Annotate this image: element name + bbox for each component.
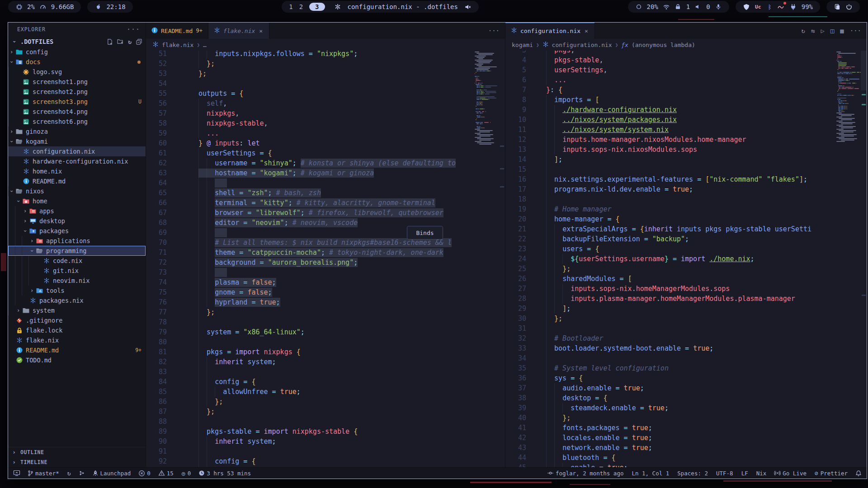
- layout-icon[interactable]: ▦: [840, 27, 844, 34]
- tree-file--gitignore[interactable]: .gitignore: [8, 315, 146, 325]
- tree-file-code-nix[interactable]: code.nix: [8, 256, 146, 266]
- tree-file-screenshot2-png[interactable]: screenshot2.png: [8, 87, 146, 97]
- session-module[interactable]: [826, 1, 860, 13]
- statusbar-eol[interactable]: LF: [741, 468, 749, 479]
- more-actions-icon[interactable]: ···: [488, 27, 500, 34]
- statusbar-go-live[interactable]: Go Live: [774, 468, 807, 479]
- open-changes-icon[interactable]: ⇆: [811, 27, 815, 34]
- chevron-down-icon[interactable]: ›: [9, 59, 15, 66]
- statusbar-git-branch[interactable]: master*: [27, 468, 60, 479]
- breadcrumb-item[interactable]: (anonymous lambda): [632, 42, 695, 48]
- tree-folder-packages[interactable]: ›packages: [8, 226, 146, 236]
- mute-speaker-icon[interactable]: [464, 3, 472, 10]
- statusbar-wakatime[interactable]: 3 hrs 53 mins: [198, 468, 252, 479]
- explorer-more-actions-icon[interactable]: ···: [127, 25, 140, 33]
- overview-ruler[interactable]: [499, 51, 505, 467]
- tree-file-neovim-nix[interactable]: neovim.nix: [8, 276, 146, 286]
- tree-file-screenshot6-png[interactable]: screenshot6.png: [8, 117, 146, 127]
- tray-module[interactable]: Uc ᛒ 99%: [736, 1, 820, 13]
- chevron-right-icon[interactable]: ›: [22, 208, 28, 214]
- workspace-3-active[interactable]: 3: [309, 3, 325, 11]
- tree-folder-programming[interactable]: ›programming: [8, 246, 146, 256]
- chevron-down-icon[interactable]: ›: [22, 228, 28, 235]
- statusbar-git-sync[interactable]: ↻: [66, 468, 72, 479]
- statusbar-encoding[interactable]: UTF-8: [715, 468, 734, 479]
- tree-file-configuration-nix[interactable]: configuration.nix: [8, 146, 146, 156]
- statusbar-cursor-position[interactable]: Ln 1, Col 1: [631, 468, 670, 479]
- sync-icon[interactable]: ↻: [802, 27, 805, 34]
- tree-file-home-nix[interactable]: home.nix: [8, 166, 146, 176]
- tree-folder-ginoza[interactable]: ›ginoza: [8, 127, 146, 136]
- new-folder-icon[interactable]: [117, 39, 123, 44]
- chevron-down-icon[interactable]: ›: [15, 198, 22, 205]
- breadcrumb-item[interactable]: configuration.nix: [552, 42, 612, 48]
- tree-folder-system[interactable]: ›system: [8, 305, 146, 315]
- tree-file-logo-svg[interactable]: logo.svg: [8, 67, 146, 77]
- tree-file-hardware-configuration-nix[interactable]: hardware-configuration.nix: [8, 156, 146, 166]
- outline-section[interactable]: ›OUTLINE: [8, 447, 146, 457]
- statusbar-git-blame[interactable]: foglar, 2 months ago: [547, 468, 625, 479]
- editor-flake-nix[interactable]: 5152535455565758596061626364656667686970…: [146, 51, 505, 467]
- tree-file-flake-lock[interactable]: flake.lock: [8, 325, 146, 335]
- statusbar-warnings[interactable]: 15: [158, 468, 175, 479]
- breadcrumb-item[interactable]: flake.nix: [162, 42, 193, 48]
- close-icon[interactable]: ×: [258, 28, 264, 34]
- minimap[interactable]: [835, 51, 861, 467]
- run-icon[interactable]: ▷: [821, 27, 824, 34]
- chevron-right-icon[interactable]: ›: [28, 238, 35, 244]
- statusbar-errors[interactable]: 0: [138, 468, 151, 479]
- statusbar-remote-window[interactable]: [13, 468, 21, 479]
- tree-file-readme-md[interactable]: README.md9+: [8, 345, 146, 355]
- tree-folder-config[interactable]: ›config: [8, 47, 146, 57]
- statusbar-feedback[interactable]: ◎0: [181, 468, 192, 479]
- breadcrumb-item[interactable]: kogami: [512, 42, 533, 48]
- tree-file-flake-nix[interactable]: flake.nix: [8, 335, 146, 345]
- timeline-section[interactable]: ›TIMELINE: [8, 457, 146, 467]
- chevron-right-icon[interactable]: ›: [15, 307, 22, 314]
- clock-module[interactable]: 22:18: [87, 1, 132, 13]
- statusbar-indentation[interactable]: Spaces: 2: [676, 468, 709, 479]
- statusbar-git-graph[interactable]: [78, 468, 85, 479]
- tree-file-screenshot4-png[interactable]: screenshot4.png: [8, 107, 146, 117]
- tree-file-git-nix[interactable]: git.nix: [8, 266, 146, 276]
- split-editor-icon[interactable]: ◫: [830, 27, 834, 34]
- breadcrumb-right[interactable]: kogami❯configuration.nix❯ƒx(anonymous la…: [505, 39, 867, 51]
- statusbar-language-mode[interactable]: Nix: [755, 468, 768, 479]
- tree-file-screenshot3-png[interactable]: screenshot3.pngU: [8, 97, 146, 107]
- close-icon[interactable]: ×: [584, 28, 589, 34]
- explorer-root-folder[interactable]: › .DOTFILES ↻: [8, 36, 146, 47]
- new-file-icon[interactable]: [107, 39, 113, 45]
- editor-configuration-nix[interactable]: 3456789101112131415161718192021222324252…: [505, 51, 867, 467]
- more-actions-icon[interactable]: ···: [850, 27, 861, 34]
- tree-folder-docs[interactable]: ›docs: [8, 57, 146, 67]
- minimap[interactable]: [473, 51, 499, 467]
- chevron-right-icon[interactable]: ›: [28, 287, 35, 294]
- statusbar-notifications[interactable]: [855, 468, 862, 479]
- tree-folder-kogami[interactable]: ›kogami: [8, 136, 146, 146]
- tree-file-readme-md[interactable]: README.md: [8, 176, 146, 186]
- statusbar-prettier[interactable]: ⊘Prettier: [814, 468, 849, 479]
- tree-folder-nixos[interactable]: ›nixos: [8, 186, 146, 196]
- code-area[interactable]: pkgs, pkgs-stable, userSettings, ...}: {…: [533, 51, 835, 467]
- collapse-folders-icon[interactable]: [136, 39, 142, 45]
- overview-ruler[interactable]: [861, 51, 867, 467]
- tree-file-screenshot1-png[interactable]: screenshot1.png: [8, 77, 146, 87]
- breadcrumb-left[interactable]: flake.nix❯…: [146, 39, 505, 51]
- tree-folder-home[interactable]: ›home: [8, 196, 146, 206]
- tab-readme-md[interactable]: README.md9+: [146, 23, 208, 39]
- workspace-2[interactable]: 2: [299, 3, 303, 10]
- refresh-explorer-icon[interactable]: ↻: [128, 38, 132, 45]
- code-area[interactable]: inputs.nixpkgs.follows = "nixpkgs"; };};…: [173, 51, 473, 467]
- tree-file-packages-nix[interactable]: packages.nix: [8, 296, 146, 305]
- breadcrumb-item[interactable]: …: [203, 42, 207, 48]
- tree-file-todo-md[interactable]: TODO.md: [8, 355, 146, 365]
- workspace-1[interactable]: 1: [289, 3, 292, 10]
- statusbar-launchpad[interactable]: Launchpad: [92, 468, 132, 479]
- tree-folder-apps[interactable]: ›apps: [8, 206, 146, 216]
- chevron-down-icon[interactable]: ›: [9, 188, 15, 195]
- chevron-right-icon[interactable]: ›: [22, 218, 28, 224]
- tree-folder-desktop[interactable]: ›desktop: [8, 216, 146, 226]
- hardware-module[interactable]: 20% 1 0: [628, 1, 729, 13]
- tab-flake-nix[interactable]: flake.nix×: [208, 23, 269, 39]
- chevron-down-icon[interactable]: ›: [29, 248, 35, 254]
